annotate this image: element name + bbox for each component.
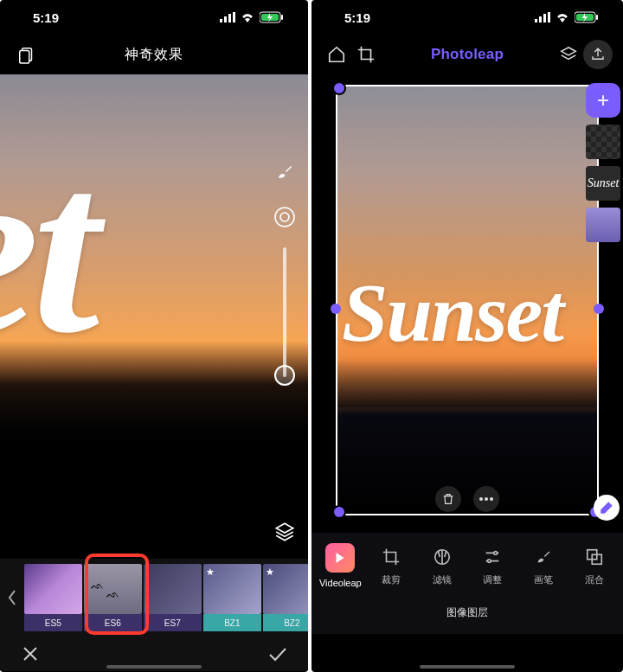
canvas-action-chips: [435, 486, 499, 512]
intensity-slider[interactable]: [283, 247, 286, 377]
crop-handle-tl[interactable]: [334, 83, 344, 93]
add-layer-button[interactable]: +: [586, 83, 620, 118]
effects-prev-button[interactable]: [1, 589, 24, 606]
sliders-icon: [481, 546, 504, 568]
effects-strip: ES5 ES6 ES7 ★ BZ1 ★ BZ2: [0, 559, 308, 637]
battery-charging-icon: [575, 11, 599, 23]
target-icon[interactable]: [270, 202, 299, 232]
filter-icon: [431, 546, 453, 568]
svg-rect-8: [20, 50, 29, 63]
bottom-toolbar: Videoleap 裁剪 滤镜 调整: [312, 533, 623, 598]
status-bar: 5:19: [0, 0, 308, 35]
effect-bz2[interactable]: ★ BZ2: [263, 564, 308, 631]
side-tool-column: [270, 157, 299, 377]
close-button[interactable]: [16, 639, 45, 669]
effect-es5[interactable]: ES5: [24, 564, 82, 631]
star-icon: ★: [206, 566, 215, 578]
svg-point-19: [485, 497, 488, 501]
status-bar: 5:19: [312, 0, 623, 35]
svg-rect-3: [233, 12, 235, 22]
crop-icon: [380, 546, 402, 568]
brush-icon[interactable]: [270, 157, 299, 187]
svg-point-10: [280, 213, 289, 221]
layers-icon[interactable]: [270, 517, 299, 547]
tool-brush[interactable]: 画笔: [522, 546, 566, 586]
page-title: 神奇效果: [42, 46, 267, 64]
effects-list: ES5 ES6 ES7 ★ BZ1 ★ BZ2: [24, 564, 308, 631]
eraser-button[interactable]: [594, 495, 620, 521]
signal-icon: [220, 12, 235, 22]
svg-rect-2: [228, 14, 231, 22]
phone-left: 5:19 神奇效果 set: [0, 0, 308, 672]
status-time: 5:19: [33, 10, 59, 25]
tool-videoleap[interactable]: Videoleap: [318, 543, 363, 588]
layers-icon[interactable]: [554, 40, 583, 69]
share-icon[interactable]: [583, 40, 613, 69]
wifi-icon: [556, 12, 569, 22]
home-icon[interactable]: [322, 40, 351, 69]
svg-rect-6: [281, 15, 283, 20]
slider-handle[interactable]: [274, 365, 295, 386]
svg-point-23: [488, 559, 491, 562]
svg-rect-17: [596, 15, 598, 20]
clipboard-icon[interactable]: [12, 40, 42, 69]
status-time: 5:19: [344, 10, 370, 25]
delete-layer-button: [435, 486, 461, 512]
status-indicators: [220, 11, 284, 23]
layer-type-label: 图像图层: [312, 598, 623, 634]
wifi-icon: [241, 12, 254, 22]
status-indicators: [535, 11, 599, 23]
crop-handle-bl[interactable]: [334, 507, 344, 517]
layer-tile-image[interactable]: [586, 208, 620, 242]
svg-point-22: [494, 551, 498, 554]
confirm-button[interactable]: [263, 639, 292, 669]
layer-column: + Sunset: [583, 83, 623, 242]
crop-handle-right[interactable]: [594, 304, 604, 314]
svg-rect-11: [535, 19, 537, 22]
signal-icon: [535, 12, 550, 22]
svg-point-20: [490, 497, 493, 501]
more-options-button[interactable]: [473, 486, 499, 512]
tool-filter[interactable]: 滤镜: [420, 546, 464, 586]
svg-point-18: [479, 497, 483, 501]
layer-tile-text[interactable]: Sunset: [586, 166, 620, 201]
tool-blend[interactable]: 混合: [572, 546, 616, 586]
top-nav: Photoleap: [312, 35, 623, 74]
svg-rect-1: [224, 16, 227, 22]
canvas-image: [336, 85, 599, 515]
home-indicator: [106, 665, 202, 669]
effect-es6[interactable]: ES6: [84, 564, 142, 631]
top-nav: 神奇效果: [0, 35, 308, 74]
effect-es7[interactable]: ES7: [144, 564, 202, 631]
crop-handle-left[interactable]: [331, 304, 341, 314]
svg-rect-13: [543, 14, 546, 22]
brand-title: Photoleap: [431, 46, 504, 62]
home-indicator: [420, 665, 515, 669]
canvas[interactable]: set: [0, 74, 308, 559]
star-icon: ★: [266, 566, 274, 578]
canvas[interactable]: Sunset: [312, 74, 623, 533]
svg-rect-0: [220, 19, 222, 22]
svg-rect-12: [539, 16, 542, 22]
svg-point-9: [275, 208, 294, 227]
tool-crop[interactable]: 裁剪: [369, 546, 414, 586]
brush-icon: [532, 546, 555, 568]
blend-icon: [583, 546, 606, 568]
tool-adjust[interactable]: 调整: [471, 546, 515, 586]
effect-bz1[interactable]: ★ BZ1: [203, 564, 261, 631]
crop-icon[interactable]: [351, 40, 381, 69]
svg-rect-14: [548, 12, 550, 22]
canvas-image: [0, 74, 308, 559]
layer-tile-transparency[interactable]: [586, 125, 620, 159]
phone-right: 5:19 Photoleap: [312, 0, 623, 672]
battery-charging-icon: [260, 11, 284, 23]
videoleap-icon: [325, 543, 355, 573]
